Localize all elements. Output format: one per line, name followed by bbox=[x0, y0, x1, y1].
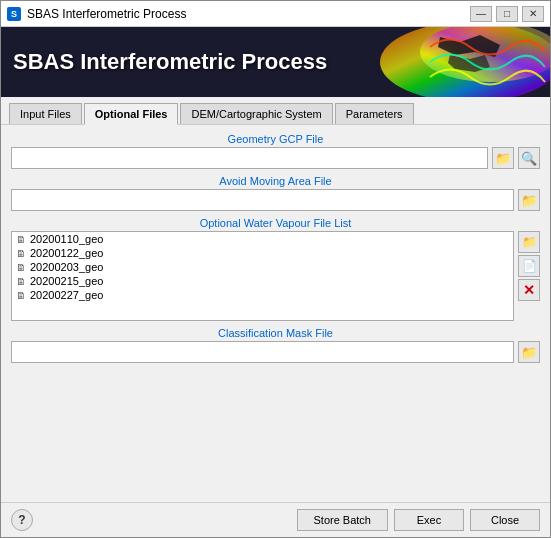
bottom-left: ? bbox=[11, 509, 33, 531]
geometry-gcp-row: 📁 🔍 bbox=[11, 147, 540, 169]
water-vapour-listbox[interactable]: 🗎 20200110_geo 🗎 20200122_geo 🗎 20200203… bbox=[11, 231, 514, 321]
file-icon-0: 🗎 bbox=[16, 234, 26, 245]
tab-input-files[interactable]: Input Files bbox=[9, 103, 82, 124]
help-button[interactable]: ? bbox=[11, 509, 33, 531]
list-item-text-4: 20200227_geo bbox=[30, 289, 103, 301]
water-vapour-file-btn[interactable]: 📄 bbox=[518, 255, 540, 277]
avoid-moving-section: Avoid Moving Area File 📁 bbox=[11, 175, 540, 211]
water-vapour-folder-btn[interactable]: 📁 bbox=[518, 231, 540, 253]
list-item[interactable]: 🗎 20200227_geo bbox=[12, 288, 513, 302]
list-item[interactable]: 🗎 20200203_geo bbox=[12, 260, 513, 274]
water-vapour-listbox-container: 🗎 20200110_geo 🗎 20200122_geo 🗎 20200203… bbox=[11, 231, 540, 321]
banner-title: SBAS Interferometric Process bbox=[13, 49, 327, 75]
tab-parameters[interactable]: Parameters bbox=[335, 103, 414, 124]
geometry-gcp-label: Geometry GCP File bbox=[11, 133, 540, 145]
store-batch-button[interactable]: Store Batch bbox=[297, 509, 388, 531]
avoid-moving-folder-btn[interactable]: 📁 bbox=[518, 189, 540, 211]
classification-mask-folder-btn[interactable]: 📁 bbox=[518, 341, 540, 363]
file-icon-2: 🗎 bbox=[16, 262, 26, 273]
window-title: SBAS Interferometric Process bbox=[27, 7, 470, 21]
water-vapour-delete-btn[interactable]: ✕ bbox=[518, 279, 540, 301]
main-window: S SBAS Interferometric Process — □ ✕ SBA… bbox=[0, 0, 551, 538]
exec-button[interactable]: Exec bbox=[394, 509, 464, 531]
geometry-gcp-folder-btn[interactable]: 📁 bbox=[492, 147, 514, 169]
list-item-text-1: 20200122_geo bbox=[30, 247, 103, 259]
list-item[interactable]: 🗎 20200122_geo bbox=[12, 246, 513, 260]
file-icon-3: 🗎 bbox=[16, 276, 26, 287]
geometry-gcp-section: Geometry GCP File 📁 🔍 bbox=[11, 133, 540, 169]
avoid-moving-input[interactable] bbox=[11, 189, 514, 211]
minimize-button[interactable]: — bbox=[470, 6, 492, 22]
file-icon-1: 🗎 bbox=[16, 248, 26, 259]
banner-image bbox=[350, 27, 550, 97]
maximize-button[interactable]: □ bbox=[496, 6, 518, 22]
app-icon: S bbox=[7, 7, 21, 21]
list-item[interactable]: 🗎 20200110_geo bbox=[12, 232, 513, 246]
classification-mask-row: 📁 bbox=[11, 341, 540, 363]
classification-mask-input[interactable] bbox=[11, 341, 514, 363]
list-item[interactable]: 🗎 20200215_geo bbox=[12, 274, 513, 288]
tabs-row: Input Files Optional Files DEM/Cartograp… bbox=[1, 97, 550, 125]
file-icon-4: 🗎 bbox=[16, 290, 26, 301]
classification-mask-label: Classification Mask File bbox=[11, 327, 540, 339]
water-vapour-label: Optional Water Vapour File List bbox=[11, 217, 540, 229]
title-bar: S SBAS Interferometric Process — □ ✕ bbox=[1, 1, 550, 27]
list-item-text-3: 20200215_geo bbox=[30, 275, 103, 287]
content-area: Geometry GCP File 📁 🔍 Avoid Moving Area … bbox=[1, 125, 550, 502]
avoid-moving-label: Avoid Moving Area File bbox=[11, 175, 540, 187]
close-button[interactable]: ✕ bbox=[522, 6, 544, 22]
banner: SBAS Interferometric Process bbox=[1, 27, 550, 97]
tab-optional-files[interactable]: Optional Files bbox=[84, 103, 179, 125]
close-dialog-button[interactable]: Close bbox=[470, 509, 540, 531]
bottom-right: Store Batch Exec Close bbox=[297, 509, 540, 531]
geometry-gcp-input[interactable] bbox=[11, 147, 488, 169]
list-item-text-2: 20200203_geo bbox=[30, 261, 103, 273]
avoid-moving-row: 📁 bbox=[11, 189, 540, 211]
window-controls: — □ ✕ bbox=[470, 6, 544, 22]
list-item-text-0: 20200110_geo bbox=[30, 233, 103, 245]
tab-dem-cartographic[interactable]: DEM/Cartographic System bbox=[180, 103, 332, 124]
bottom-bar: ? Store Batch Exec Close bbox=[1, 502, 550, 537]
classification-mask-section: Classification Mask File 📁 bbox=[11, 327, 540, 363]
water-vapour-actions: 📁 📄 ✕ bbox=[518, 231, 540, 301]
water-vapour-section: Optional Water Vapour File List 🗎 202001… bbox=[11, 217, 540, 321]
geometry-gcp-search-btn[interactable]: 🔍 bbox=[518, 147, 540, 169]
